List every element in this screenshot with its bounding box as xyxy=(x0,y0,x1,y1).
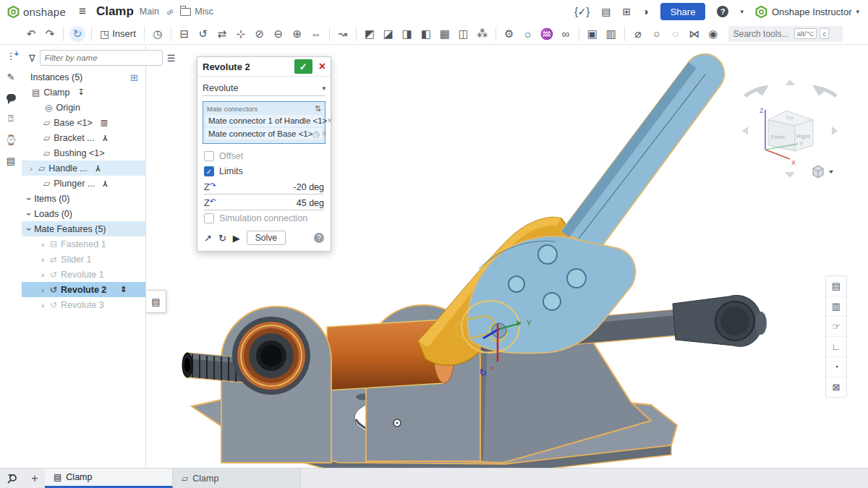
view-cube[interactable]: Top Front Right Z X Y xyxy=(742,80,838,178)
help-icon[interactable]: ? xyxy=(717,6,728,17)
connector-between-icon[interactable]: ⋈ xyxy=(685,25,704,43)
redo-icon[interactable]: ↷ xyxy=(41,25,59,43)
search-tools-input[interactable] xyxy=(732,28,791,40)
rack-pinion-relation-icon[interactable]: ♒ xyxy=(537,25,556,43)
mate-item-revolute-1[interactable]: › ↺ Revolute 1 xyxy=(22,267,145,282)
tree-item-base[interactable]: ▱ Base <1> ▥ xyxy=(22,115,145,130)
tree-item-bushing[interactable]: ▱ Bushing <1> xyxy=(22,145,145,160)
reorder-icon[interactable]: ⇅ xyxy=(315,104,321,114)
view-options-button[interactable] xyxy=(813,166,833,178)
parallel-mate-icon[interactable]: ⇔ xyxy=(307,25,326,43)
mate-connector-icon[interactable]: ⌀ xyxy=(629,25,647,43)
remove-connector-icon[interactable]: × xyxy=(327,116,332,126)
flip-primary-axis-icon[interactable]: ↗ xyxy=(204,233,212,244)
exploded-view-icon[interactable]: ⁂ xyxy=(473,25,492,43)
expand-chevron-icon[interactable]: › xyxy=(39,286,46,294)
limit-max-field[interactable]: Z ↶ 45 deg xyxy=(204,196,324,210)
list-view-icon[interactable]: ☰ xyxy=(167,53,176,64)
tree-item-bracket[interactable]: ▱ Bracket ... Y xyxy=(22,130,145,145)
release-management-icon[interactable]: ▤ xyxy=(601,7,610,17)
new-tab-button[interactable]: + xyxy=(25,468,45,488)
dialog-help-icon[interactable]: ? xyxy=(314,233,324,243)
section-view-icon[interactable]: ▥ xyxy=(826,296,846,317)
display-states-icon[interactable]: ▣ xyxy=(583,25,602,43)
limits-checkbox[interactable]: ✓ xyxy=(204,166,214,176)
expand-chevron-icon[interactable]: › xyxy=(39,255,46,264)
offset-checkbox-row[interactable]: Offset xyxy=(197,148,331,163)
history-icon[interactable]: ⌚ xyxy=(3,132,19,147)
learning-icon[interactable]: ⍰ xyxy=(3,111,19,126)
document-title[interactable]: Clamp xyxy=(96,4,134,19)
simulation-checkbox-row[interactable]: Simulation connection xyxy=(197,210,331,226)
revolute-mate-icon[interactable]: ↺ xyxy=(194,25,213,43)
help-caret-icon[interactable]: ▾ xyxy=(740,8,744,15)
mate-item-revolute-2[interactable]: › ↺ Revolute 2 ⇕ xyxy=(22,282,145,297)
tree-item-origin[interactable]: ◎ Origin xyxy=(22,100,145,115)
tree-item-plunger[interactable]: ▱ Plunger ... Y xyxy=(22,176,145,191)
account-menu[interactable]: Onshape Instructor ▾ xyxy=(755,6,859,18)
limit-max-value[interactable]: 45 deg xyxy=(297,198,324,208)
bearing-rings[interactable] xyxy=(232,317,310,395)
comments-icon[interactable] xyxy=(3,90,19,105)
offset-checkbox[interactable] xyxy=(204,151,214,161)
gear-relation-icon[interactable]: ⚙ xyxy=(500,25,519,43)
snapshot-icon[interactable]: ◩ xyxy=(360,25,379,43)
bom-icon[interactable]: ▤ xyxy=(3,153,19,168)
limits-checkbox-row[interactable]: ✓ Limits xyxy=(197,163,331,179)
tab-partstudio-clamp[interactable]: ▱ Clamp xyxy=(173,468,301,488)
share-link-icon[interactable]: ∞ xyxy=(163,5,175,18)
filter-icon[interactable]: ∇ xyxy=(29,53,35,64)
workspace-name[interactable]: Main xyxy=(140,7,159,17)
onshape-logo[interactable]: onshape xyxy=(7,6,66,18)
mate-item-revolute-3[interactable]: › ↺ Revolute 3 xyxy=(22,297,145,312)
origin-marker[interactable] xyxy=(393,419,401,427)
appearance-icon[interactable]: ◔ xyxy=(826,357,846,377)
connector-item-handle[interactable]: Mate connector 1 of Handle <1> × xyxy=(205,115,323,127)
mate-list-flyout-button[interactable]: ▤ xyxy=(146,290,166,313)
remove-connector-icon[interactable]: × xyxy=(322,129,327,139)
mate-type-select[interactable]: Revolute ▾ xyxy=(203,80,326,96)
solve-button[interactable]: Solve xyxy=(247,231,286,245)
cancel-button[interactable]: × xyxy=(319,61,326,72)
theme-icon[interactable]: ◑ xyxy=(642,7,648,17)
confirm-button[interactable]: ✓ xyxy=(294,59,312,74)
sheet-metal-icon[interactable]: ∟ xyxy=(826,337,846,357)
folder-name[interactable]: Misc xyxy=(195,7,213,17)
filter-input[interactable] xyxy=(40,50,163,66)
section-loads[interactable]: › Loads (0) xyxy=(22,206,145,221)
belt-relation-icon[interactable]: ∞ xyxy=(556,25,575,43)
tab-assembly-clamp[interactable]: ▤ Clamp xyxy=(45,468,173,488)
tree-item-clamp[interactable]: ▤ Clamp ↧ xyxy=(22,85,145,100)
limit-min-value[interactable]: -20 deg xyxy=(294,182,324,192)
expand-chevron-icon[interactable]: › xyxy=(27,164,35,173)
tangent-mate-icon[interactable]: ↝ xyxy=(333,25,352,43)
mate-item-fastened-1[interactable]: › ⊟ Fastened 1 xyxy=(22,236,145,252)
mate-time-icon[interactable]: ◷ xyxy=(148,25,167,43)
four-view-icon[interactable]: ◫ xyxy=(454,25,473,43)
create-in-context-icon[interactable]: ◧ xyxy=(417,25,435,43)
section-mate-features[interactable]: › Mate Features (5) xyxy=(22,221,145,236)
main-menu-icon[interactable]: ≡ xyxy=(79,4,86,19)
tree-item-handle[interactable]: › ▱ Handle ... Y xyxy=(22,160,145,176)
share-button[interactable]: Share xyxy=(660,3,706,20)
slider-mate-icon[interactable]: ⇄ xyxy=(213,25,231,43)
reorient-axis-icon[interactable]: ↻ xyxy=(218,233,226,244)
cylindrical-mate-icon[interactable]: ⊘ xyxy=(250,25,269,43)
expand-chevron-icon[interactable]: › xyxy=(39,301,46,309)
implicit-connector-icon[interactable]: ○ xyxy=(647,25,666,43)
group-icon[interactable]: ▦ xyxy=(435,25,454,43)
add-subassembly-icon[interactable]: ⊞ xyxy=(130,72,138,83)
mate-item-slider-1[interactable]: › ⇄ Slider 1 xyxy=(22,252,145,267)
explicit-connector-icon[interactable]: ◌ xyxy=(666,25,685,43)
limit-min-field[interactable]: Z ↷ -20 deg xyxy=(204,180,324,194)
simulation-checkbox[interactable] xyxy=(204,213,214,223)
sprocket-relation-icon[interactable]: ☼ xyxy=(519,25,537,43)
edit-in-context-icon[interactable]: ◨ xyxy=(398,25,417,43)
insert-button[interactable]: ◳ Insert xyxy=(95,28,140,40)
expand-chevron-icon[interactable]: › xyxy=(39,270,46,279)
search-tabs-icon[interactable] xyxy=(0,468,25,488)
appearance-editor-icon[interactable]: ✎ xyxy=(3,69,19,84)
search-tools-box[interactable]: alt/⌥ c xyxy=(728,26,843,42)
fastened-mate-icon[interactable]: ⊟ xyxy=(175,25,194,43)
ball-mate-icon[interactable]: ⊕ xyxy=(288,25,307,43)
